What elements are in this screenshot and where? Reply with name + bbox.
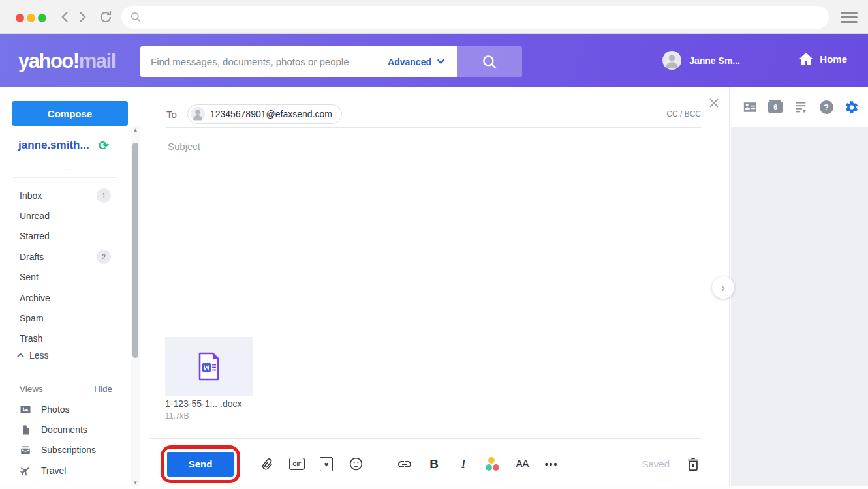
sidebar-scrollbar[interactable]: ▲ ▼ bbox=[131, 126, 140, 488]
sidebar-item-subscriptions[interactable]: Subscriptions bbox=[0, 440, 131, 460]
sidebar-item-documents[interactable]: Documents bbox=[0, 419, 131, 439]
sidebar-item-travel[interactable]: Travel bbox=[0, 460, 131, 481]
sidebar-item-archive[interactable]: Archive bbox=[0, 288, 131, 308]
compose-button[interactable]: Compose bbox=[12, 101, 128, 126]
stationery-color-icon[interactable] bbox=[485, 456, 501, 472]
close-icon[interactable] bbox=[708, 97, 720, 109]
scrollbar-thumb[interactable] bbox=[132, 143, 138, 358]
views-header: Views Hide bbox=[20, 384, 112, 394]
help-icon[interactable]: ? bbox=[819, 100, 833, 114]
attachment-filesize: 11.7kB bbox=[165, 411, 189, 421]
browser-back-icon[interactable] bbox=[57, 9, 73, 25]
sidebar-item-inbox[interactable]: Inbox 1 bbox=[0, 185, 131, 205]
hide-views-link[interactable]: Hide bbox=[94, 384, 112, 394]
browser-forward-icon[interactable] bbox=[74, 9, 90, 25]
photos-icon bbox=[20, 404, 31, 415]
home-button[interactable]: Home bbox=[798, 51, 847, 67]
compose-toolbar: Send GIF ♥ bbox=[150, 438, 701, 489]
recipient-chip[interactable]: 12345678901@efaxsend.com bbox=[187, 104, 342, 124]
emoji-icon[interactable] bbox=[348, 456, 364, 472]
search-button[interactable] bbox=[457, 46, 522, 77]
attachment-thumbnail[interactable] bbox=[165, 337, 253, 396]
attachment-filename: 1-123-55-1... .docx bbox=[165, 398, 242, 409]
scroll-up-icon[interactable]: ▲ bbox=[131, 126, 140, 135]
mail-search-input[interactable] bbox=[140, 56, 388, 67]
right-panel: 6 ? bbox=[730, 87, 868, 489]
delete-draft-icon[interactable] bbox=[685, 456, 701, 472]
chevron-up-icon bbox=[17, 353, 24, 358]
account-row[interactable]: janne.smith... ⟳ bbox=[18, 139, 109, 152]
sidebar-item-unread[interactable]: Unread bbox=[0, 205, 131, 226]
drafts-count-badge: 2 bbox=[97, 250, 111, 264]
send-annotation-highlight: Send bbox=[161, 445, 240, 483]
browser-refresh-icon[interactable] bbox=[98, 9, 114, 25]
airplane-icon bbox=[20, 465, 31, 477]
sidebar-item-starred[interactable]: Starred bbox=[0, 226, 131, 246]
inbox-count-badge: 1 bbox=[97, 188, 111, 203]
account-menu[interactable]: Janne Sm... bbox=[662, 51, 740, 70]
browser-address-bar[interactable] bbox=[121, 6, 829, 29]
window-zoom-button[interactable] bbox=[38, 14, 46, 22]
chevron-down-icon bbox=[437, 59, 445, 65]
yahoo-header: yahoo!mail Advanced Janne Sm... Home bbox=[0, 34, 868, 87]
folder-sidebar: Compose janne.smith... ⟳ ... Inbox 1 Unr… bbox=[0, 87, 131, 489]
italic-icon[interactable]: I bbox=[456, 456, 471, 472]
mail-search-bar: Advanced bbox=[140, 46, 457, 77]
avatar bbox=[662, 51, 681, 70]
subject-field bbox=[166, 132, 701, 160]
send-button[interactable]: Send bbox=[167, 452, 234, 477]
right-panel-toolbar: 6 ? bbox=[731, 87, 868, 127]
home-icon bbox=[798, 51, 814, 67]
subscriptions-icon bbox=[20, 444, 31, 456]
sidebar-item-photos[interactable]: Photos bbox=[0, 399, 131, 419]
toolbar-icons: GIF ♥ B I bbox=[260, 454, 559, 474]
to-field[interactable]: To 12345678901@efaxsend.com CC / BCC bbox=[166, 101, 701, 128]
gif-icon[interactable]: GIF bbox=[289, 456, 305, 472]
to-label: To bbox=[166, 109, 177, 120]
insert-link-icon[interactable] bbox=[397, 456, 412, 472]
expand-panel-button[interactable]: › bbox=[712, 276, 734, 299]
window-close-button[interactable] bbox=[16, 14, 24, 22]
yahoo-mail-logo[interactable]: yahoo!mail bbox=[18, 50, 116, 73]
refresh-mail-icon[interactable]: ⟳ bbox=[99, 140, 109, 152]
browser-menu-icon[interactable] bbox=[841, 12, 858, 23]
calendar-icon[interactable]: 6 bbox=[768, 100, 783, 114]
right-panel-background bbox=[731, 127, 868, 486]
logo-yahoo-text: yahoo! bbox=[18, 50, 79, 72]
docx-file-icon bbox=[197, 352, 221, 381]
greeting-card-icon[interactable]: ♥ bbox=[318, 456, 334, 472]
logo-mail-text: mail bbox=[79, 50, 116, 72]
recipient-address: 12345678901@efaxsend.com bbox=[210, 109, 332, 119]
notepad-icon[interactable] bbox=[794, 100, 808, 114]
saved-status: Saved bbox=[642, 458, 670, 469]
less-toggle[interactable]: Less bbox=[17, 350, 49, 361]
browser-bar bbox=[0, 0, 868, 34]
advanced-search-dropdown[interactable]: Advanced bbox=[388, 57, 457, 67]
bold-icon[interactable]: B bbox=[426, 456, 442, 472]
sidebar-item-trash[interactable]: Trash bbox=[0, 329, 131, 349]
advanced-label: Advanced bbox=[388, 57, 431, 67]
sidebar-item-drafts[interactable]: Drafts 2 bbox=[0, 246, 131, 267]
toolbar-divider bbox=[380, 454, 380, 474]
user-name: Janne Sm... bbox=[689, 55, 740, 66]
search-icon bbox=[481, 53, 498, 70]
address-search-icon bbox=[129, 10, 142, 23]
font-size-icon[interactable]: AA bbox=[514, 456, 530, 472]
cc-bcc-toggle[interactable]: CC / BCC bbox=[666, 110, 701, 119]
views-list: Photos Documents Subscriptions bbox=[0, 399, 131, 481]
window-minimize-button[interactable] bbox=[27, 14, 35, 22]
more-options-icon[interactable]: ••• bbox=[544, 456, 559, 472]
recipient-avatar bbox=[191, 107, 205, 121]
settings-gear-icon[interactable] bbox=[845, 100, 859, 114]
subject-input[interactable] bbox=[166, 132, 701, 160]
attach-file-icon[interactable] bbox=[260, 456, 275, 472]
account-name: janne.smith... bbox=[18, 139, 89, 152]
folder-list: Inbox 1 Unread Starred Drafts 2 Sent Arc bbox=[0, 185, 131, 349]
sidebar-item-sent[interactable]: Sent bbox=[0, 267, 131, 288]
contacts-icon[interactable] bbox=[743, 100, 757, 114]
screen: yahoo!mail Advanced Janne Sm... Home Com… bbox=[0, 0, 868, 489]
views-title: Views bbox=[20, 384, 43, 394]
more-folders-toggle[interactable]: ... bbox=[13, 162, 117, 178]
sidebar-item-spam[interactable]: Spam bbox=[0, 308, 131, 328]
bottom-strip bbox=[0, 486, 868, 489]
